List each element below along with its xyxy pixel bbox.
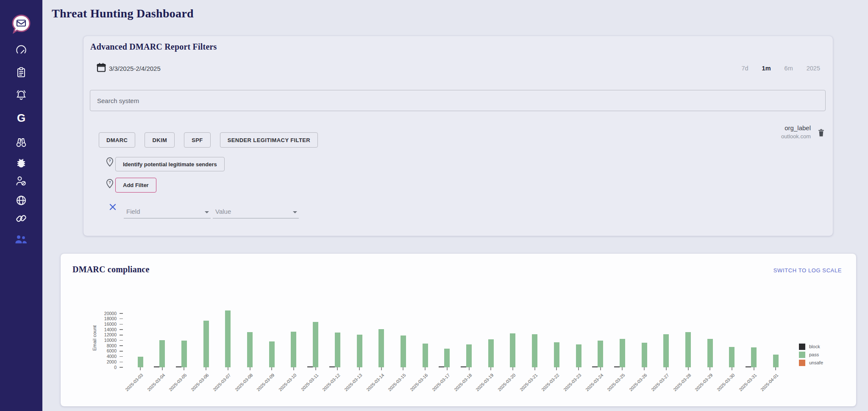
x-tick-mark xyxy=(622,367,623,370)
domains-globe-icon[interactable] xyxy=(16,195,27,208)
x-tick-mark xyxy=(337,367,338,370)
bar-pass xyxy=(773,355,779,367)
legend-swatch-pass xyxy=(799,352,805,358)
y-tick-label: 6000 xyxy=(86,348,117,353)
date-range-value[interactable]: 3/3/2025-2/4/2025 xyxy=(109,65,161,72)
calendar-icon[interactable] xyxy=(96,62,106,74)
delete-org-filter-button[interactable] xyxy=(817,129,825,139)
bar-pass xyxy=(663,334,669,367)
y-tick-label: 20000 xyxy=(86,311,117,316)
filter-chip-dkim[interactable]: DKIM xyxy=(145,132,175,148)
filter-value-select[interactable]: Value xyxy=(213,207,299,218)
dmarc-compliance-bar-chart: Email count 0200040006000800010000120001… xyxy=(61,254,856,406)
bar-block xyxy=(439,366,444,367)
org-filter-label: org_label xyxy=(781,124,811,131)
add-filter-button[interactable]: Add Filter xyxy=(115,178,156,193)
app-logo-mail-pin-icon[interactable] xyxy=(11,14,31,36)
blocked-user-icon[interactable] xyxy=(15,176,27,188)
advanced-filters-card: Advanced DMARC Report Filters 3/3/2025-2… xyxy=(83,36,833,236)
bar-block xyxy=(307,366,313,367)
y-tick-mark xyxy=(120,335,123,336)
legend-label-unsafe: unsafe xyxy=(809,360,823,365)
page-title: Threat Hunting Dashboard xyxy=(52,7,194,20)
y-tick-mark xyxy=(120,340,123,341)
filter-value-placeholder: Value xyxy=(215,208,231,215)
protocol-filter-chips: DMARCDKIMSPFSENDER LEGITIMACY FILTER xyxy=(99,132,318,148)
bar-pass xyxy=(751,347,757,367)
x-tick-mark xyxy=(250,367,250,370)
x-tick-mark xyxy=(403,367,403,370)
bar-pass xyxy=(225,310,231,367)
bar-pass xyxy=(642,343,647,367)
bar-pass xyxy=(488,339,494,367)
x-tick-mark xyxy=(425,367,426,370)
x-tick-mark xyxy=(315,367,316,370)
y-tick-mark xyxy=(120,356,123,357)
report-clipboard-icon[interactable] xyxy=(15,67,27,80)
remove-filter-row-icon[interactable] xyxy=(109,203,117,212)
range-option-6m[interactable]: 6m xyxy=(785,65,793,72)
bar-pass xyxy=(423,344,428,367)
y-tick-label: 14000 xyxy=(86,327,117,332)
x-tick-mark xyxy=(754,367,754,370)
y-tick-mark xyxy=(120,351,123,352)
x-tick-mark xyxy=(644,367,645,370)
bar-pass xyxy=(620,339,625,367)
bar-block xyxy=(461,366,466,367)
x-tick-mark xyxy=(469,367,470,370)
bar-pass xyxy=(269,341,275,367)
range-option-7d[interactable]: 7d xyxy=(741,65,748,72)
bar-pass xyxy=(401,336,406,367)
y-tick-mark xyxy=(120,345,123,346)
y-tick-mark xyxy=(120,313,123,314)
x-tick-mark xyxy=(381,367,382,370)
y-tick-label: 10000 xyxy=(86,338,117,343)
x-tick-mark xyxy=(688,367,689,370)
y-tick-mark xyxy=(120,367,123,368)
hunt-binoculars-icon[interactable] xyxy=(15,137,27,150)
filter-chip-sender-legitimacy-filter[interactable]: SENDER LEGITIMACY FILTER xyxy=(220,132,318,148)
filters-card-title: Advanced DMARC Report Filters xyxy=(90,42,217,52)
bar-pass xyxy=(729,347,734,367)
legend-label-pass: pass xyxy=(809,352,819,357)
bar-pass xyxy=(291,332,296,367)
dashboard-gauge-icon[interactable] xyxy=(15,45,27,58)
y-tick-label: 12000 xyxy=(86,332,117,337)
bar-block xyxy=(614,366,620,367)
users-people-icon[interactable] xyxy=(14,234,28,246)
x-tick-mark xyxy=(228,367,228,370)
filter-chip-spf[interactable]: SPF xyxy=(184,132,210,148)
bar-pass xyxy=(181,341,187,368)
x-tick-mark xyxy=(534,367,535,370)
alerts-bell-icon[interactable] xyxy=(15,89,27,103)
bar-pass xyxy=(576,344,581,367)
range-option-1m[interactable]: 1m xyxy=(762,65,771,72)
y-tick-mark xyxy=(120,329,123,330)
bar-pass xyxy=(444,349,450,367)
filter-field-select[interactable]: Field xyxy=(124,207,211,218)
threats-bug-icon[interactable] xyxy=(16,157,27,171)
range-option-2025[interactable]: 2025 xyxy=(807,65,820,72)
legend-label-block: block xyxy=(809,344,820,349)
bar-block xyxy=(592,366,598,367)
y-tick-label: 16000 xyxy=(86,322,117,327)
y-tick-label: 2000 xyxy=(86,359,117,364)
x-tick-mark xyxy=(140,367,141,370)
x-tick-mark xyxy=(556,367,557,370)
x-tick-mark xyxy=(359,367,360,370)
x-tick-mark xyxy=(775,367,776,370)
google-g-icon[interactable]: G xyxy=(15,112,28,127)
search-input[interactable] xyxy=(90,90,826,111)
identify-legitimate-senders-button[interactable]: Identify potential legitimate senders xyxy=(115,157,225,171)
bar-pass xyxy=(554,342,559,367)
bar-pass xyxy=(685,332,691,367)
y-tick-label: 0 xyxy=(86,365,117,370)
filter-chip-dmarc[interactable]: DMARC xyxy=(99,132,135,148)
bar-block xyxy=(329,366,335,367)
partners-handshake-icon[interactable] xyxy=(15,212,28,226)
legend-swatch-unsafe xyxy=(799,360,805,366)
sidebar: G xyxy=(0,0,42,411)
bar-block xyxy=(746,366,751,367)
svg-text:G: G xyxy=(17,112,25,124)
help-pin-icon: ? xyxy=(105,178,114,191)
